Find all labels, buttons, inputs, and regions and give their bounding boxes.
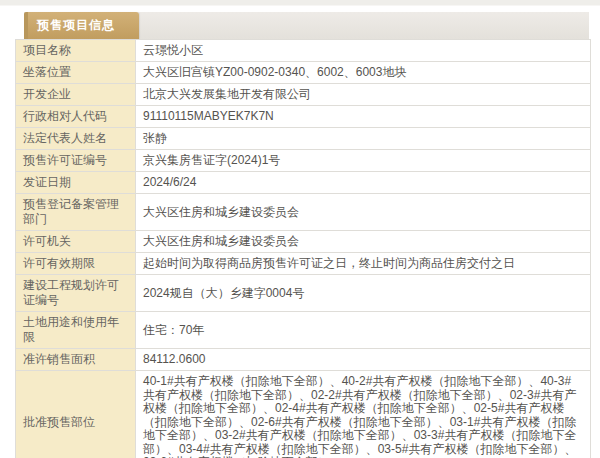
table-row: 建设工程规划许可证编号 2024规自（大）乡建字0004号 bbox=[16, 275, 591, 312]
field-label: 土地用途和使用年限 bbox=[16, 312, 136, 349]
field-label: 项目名称 bbox=[16, 40, 136, 62]
field-label: 发证日期 bbox=[16, 172, 136, 194]
field-value: 84112.0600 bbox=[136, 349, 591, 371]
table-row: 坐落位置 大兴区旧宫镇YZ00-0902-0340、6002、6003地块 bbox=[16, 62, 591, 84]
field-value: 云璟悦小区 bbox=[136, 40, 591, 62]
tab-strip: 预售项目信息 bbox=[24, 12, 589, 39]
page-top-strip bbox=[0, 0, 600, 6]
field-value: 住宅：70年 bbox=[136, 312, 591, 349]
presale-info-table: 项目名称 云璟悦小区 坐落位置 大兴区旧宫镇YZ00-0902-0340、600… bbox=[15, 39, 591, 458]
field-label: 许可有效期限 bbox=[16, 253, 136, 275]
field-label: 预售许可证编号 bbox=[16, 150, 136, 172]
table-row: 许可机关 大兴区住房和城乡建设委员会 bbox=[16, 231, 591, 253]
table-row: 行政相对人代码 91110115MABYEK7K7N bbox=[16, 106, 591, 128]
field-label: 批准预售部位 bbox=[16, 371, 136, 458]
table-row: 项目名称 云璟悦小区 bbox=[16, 40, 591, 62]
field-value: 大兴区住房和城乡建设委员会 bbox=[136, 231, 591, 253]
table-row: 法定代表人姓名 张静 bbox=[16, 128, 591, 150]
field-label: 坐落位置 bbox=[16, 62, 136, 84]
field-label: 建设工程规划许可证编号 bbox=[16, 275, 136, 312]
field-value: 2024规自（大）乡建字0004号 bbox=[136, 275, 591, 312]
table-row: 土地用途和使用年限 住宅：70年 bbox=[16, 312, 591, 349]
table-row: 许可有效期限 起始时间为取得商品房预售许可证之日，终止时间为商品住房交付之日 bbox=[16, 253, 591, 275]
field-value: 40-1#共有产权楼（扣除地下全部）、40-2#共有产权楼（扣除地下全部）、40… bbox=[136, 371, 591, 458]
field-label: 行政相对人代码 bbox=[16, 106, 136, 128]
tab-presale-project-info[interactable]: 预售项目信息 bbox=[24, 12, 139, 39]
field-label: 许可机关 bbox=[16, 231, 136, 253]
field-value: 张静 bbox=[136, 128, 591, 150]
field-label: 法定代表人姓名 bbox=[16, 128, 136, 150]
table-row: 批准预售部位 40-1#共有产权楼（扣除地下全部）、40-2#共有产权楼（扣除地… bbox=[16, 371, 591, 458]
table-row: 发证日期 2024/6/24 bbox=[16, 172, 591, 194]
field-value: 北京大兴发展集地开发有限公司 bbox=[136, 84, 591, 106]
field-value: 大兴区住房和城乡建设委员会 bbox=[136, 194, 591, 231]
field-label: 预售登记备案管理部门 bbox=[16, 194, 136, 231]
presale-info-rows: 项目名称 云璟悦小区 坐落位置 大兴区旧宫镇YZ00-0902-0340、600… bbox=[16, 40, 591, 458]
table-row: 预售登记备案管理部门 大兴区住房和城乡建设委员会 bbox=[16, 194, 591, 231]
field-value: 91110115MABYEK7K7N bbox=[136, 106, 591, 128]
field-label: 准许销售面积 bbox=[16, 349, 136, 371]
field-label: 开发企业 bbox=[16, 84, 136, 106]
field-value: 京兴集房售证字(2024)1号 bbox=[136, 150, 591, 172]
field-value: 大兴区旧宫镇YZ00-0902-0340、6002、6003地块 bbox=[136, 62, 591, 84]
table-row: 准许销售面积 84112.0600 bbox=[16, 349, 591, 371]
field-value: 2024/6/24 bbox=[136, 172, 591, 194]
table-row: 预售许可证编号 京兴集房售证字(2024)1号 bbox=[16, 150, 591, 172]
field-value: 起始时间为取得商品房预售许可证之日，终止时间为商品住房交付之日 bbox=[136, 253, 591, 275]
table-row: 开发企业 北京大兴发展集地开发有限公司 bbox=[16, 84, 591, 106]
